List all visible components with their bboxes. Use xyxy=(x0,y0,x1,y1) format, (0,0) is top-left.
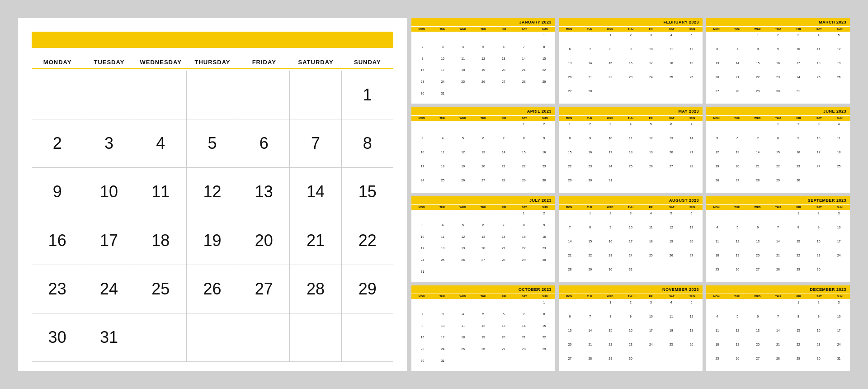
mini-calendar-cell: 17 xyxy=(641,328,661,342)
mini-calendar-cell xyxy=(641,356,661,370)
mini-calendar-cell: 11 xyxy=(453,323,473,335)
mini-calendar-cell: 8 xyxy=(788,314,808,328)
mini-calendar-cell: 4 xyxy=(453,312,473,323)
mini-calendar-cell: 10 xyxy=(433,56,453,68)
mini-calendar-cell: 20 xyxy=(661,150,681,164)
mini-grid: 1234567891011121314151617181920212223242… xyxy=(411,121,555,193)
mini-calendar-cell: 16 xyxy=(600,239,621,253)
mini-day-label: TUE xyxy=(579,205,599,209)
calendar-container: MONDAYTUESDAYWEDNESDAYTHURSDAYFRIDAYSATU… xyxy=(9,9,859,380)
main-calendar-cell: 4 xyxy=(135,119,187,168)
mini-calendar-cell: 20 xyxy=(493,335,514,346)
mini-calendar-cell: 15 xyxy=(580,239,600,253)
mini-calendar-cell: 29 xyxy=(514,178,534,192)
mini-calendar-cell: 24 xyxy=(412,178,433,192)
main-calendar-cell: 30 xyxy=(32,313,83,362)
mini-calendar-cell: 6 xyxy=(560,314,580,328)
mini-calendar-cell: 28 xyxy=(748,178,768,192)
mini-calendar-cell: 23 xyxy=(580,164,600,178)
mini-calendar-cell xyxy=(493,358,514,370)
mini-calendar-header: OCTOBER 2023 xyxy=(411,285,555,294)
mini-calendar-cell: 28 xyxy=(768,267,788,281)
mini-calendar-cell: 5 xyxy=(727,225,748,239)
mini-calendar-cell xyxy=(514,358,534,370)
mini-days-row: MONTUEWEDTHUFRISATSUN xyxy=(706,116,850,121)
mini-calendar-cell: 10 xyxy=(641,314,661,328)
mini-calendar-cell: 15 xyxy=(514,234,534,246)
mini-day-label: TUE xyxy=(432,27,452,31)
mini-day-label: MON xyxy=(411,205,432,209)
mini-day-label: SUN xyxy=(682,116,703,120)
mini-day-label: FRI xyxy=(494,27,514,31)
mini-calendar-cell xyxy=(829,267,849,281)
mini-calendar-cell: 30 xyxy=(580,178,600,192)
mini-day-label: WED xyxy=(747,294,768,299)
mini-day-label: SAT xyxy=(661,294,682,299)
mini-day-label: THU xyxy=(473,294,493,299)
mini-calendar-cell xyxy=(681,267,702,281)
mini-calendar-cell: 14 xyxy=(681,136,702,150)
mini-day-label: SAT xyxy=(809,116,829,120)
mini-day-label: WED xyxy=(747,27,768,31)
mini-days-row: MONTUEWEDTHUFRISATSUN xyxy=(559,294,703,299)
mini-calendar-cell: 23 xyxy=(621,342,641,356)
mini-calendar-cell: 8 xyxy=(514,223,534,234)
main-calendar-cell xyxy=(187,71,238,119)
mini-calendar-cell: 4 xyxy=(433,223,453,234)
mini-calendar-cell xyxy=(412,122,433,136)
mini-days-row: MONTUEWEDTHUFRISATSUN xyxy=(411,205,555,210)
mini-calendar-cell: 12 xyxy=(641,136,661,150)
mini-calendar-header: JANUARY 2023 xyxy=(411,18,555,26)
mini-calendar-cell: 28 xyxy=(493,178,514,192)
mini-day-label: MON xyxy=(706,205,726,209)
mini-day-label: SUN xyxy=(682,27,703,31)
mini-calendar-cell: 12 xyxy=(829,47,849,61)
mini-calendar-cell: 21 xyxy=(681,150,702,164)
main-calendar-cell xyxy=(342,313,393,362)
mini-day-label: WED xyxy=(453,205,473,209)
mini-calendar-cell xyxy=(768,300,788,314)
mini-calendar-cell: 27 xyxy=(473,257,494,269)
mini-calendar-cell: 25 xyxy=(661,342,681,356)
mini-calendar-cell: 23 xyxy=(808,342,829,356)
mini-day-label: FRI xyxy=(788,116,809,120)
mini-calendar-cell xyxy=(727,211,748,225)
main-calendar-cell xyxy=(290,313,341,362)
mini-calendar-8: AUGUST 2023MONTUEWEDTHUFRISATSUN 1234567… xyxy=(559,196,703,282)
mini-calendar-cell: 26 xyxy=(727,267,748,281)
mini-calendar-cell xyxy=(534,91,554,103)
mini-calendar-cell: 18 xyxy=(621,150,641,164)
mini-calendar-cell: 28 xyxy=(514,346,534,358)
mini-calendar-cell: 17 xyxy=(829,328,849,342)
mini-calendar-cell: 15 xyxy=(600,328,621,342)
mini-calendar-cell: 21 xyxy=(768,253,788,267)
mini-calendar-header: JULY 2023 xyxy=(411,196,555,204)
mini-calendar-cell: 14 xyxy=(580,328,600,342)
mini-calendar-cell: 10 xyxy=(788,47,808,61)
mini-calendar-cell: 10 xyxy=(829,225,849,239)
mini-calendar-cell: 30 xyxy=(808,356,829,370)
main-calendar-cell: 29 xyxy=(342,265,393,313)
main-calendar-cell: 19 xyxy=(187,216,238,265)
mini-day-label: THU xyxy=(768,27,788,31)
mini-calendar-cell: 15 xyxy=(514,150,534,164)
mini-calendar-cell: 5 xyxy=(453,223,473,234)
mini-calendar-cell: 7 xyxy=(748,136,768,150)
mini-grid: 1234567891011121314151617181920212223242… xyxy=(559,299,703,371)
mini-calendar-cell: 26 xyxy=(681,75,702,89)
mini-calendar-cell xyxy=(534,358,554,370)
mini-calendar-cell: 27 xyxy=(560,89,580,103)
mini-calendar-cell: 18 xyxy=(453,67,473,79)
mini-calendar-4: APRIL 2023MONTUEWEDTHUFRISATSUN 12345678… xyxy=(411,107,555,193)
mini-calendar-cell: 4 xyxy=(661,300,681,314)
mini-calendar-cell: 4 xyxy=(433,136,453,150)
mini-calendar-cell: 13 xyxy=(473,150,494,164)
mini-calendar-cell: 13 xyxy=(707,61,727,75)
mini-calendar-cell: 8 xyxy=(580,225,600,239)
mini-calendar-cell xyxy=(473,91,494,103)
mini-calendar-cell: 30 xyxy=(600,267,621,281)
mini-day-label: THU xyxy=(473,27,493,31)
mini-days-row: MONTUEWEDTHUFRISATSUN xyxy=(706,294,850,299)
mini-calendar-cell: 16 xyxy=(788,150,808,164)
mini-calendar-cell: 24 xyxy=(600,164,621,178)
